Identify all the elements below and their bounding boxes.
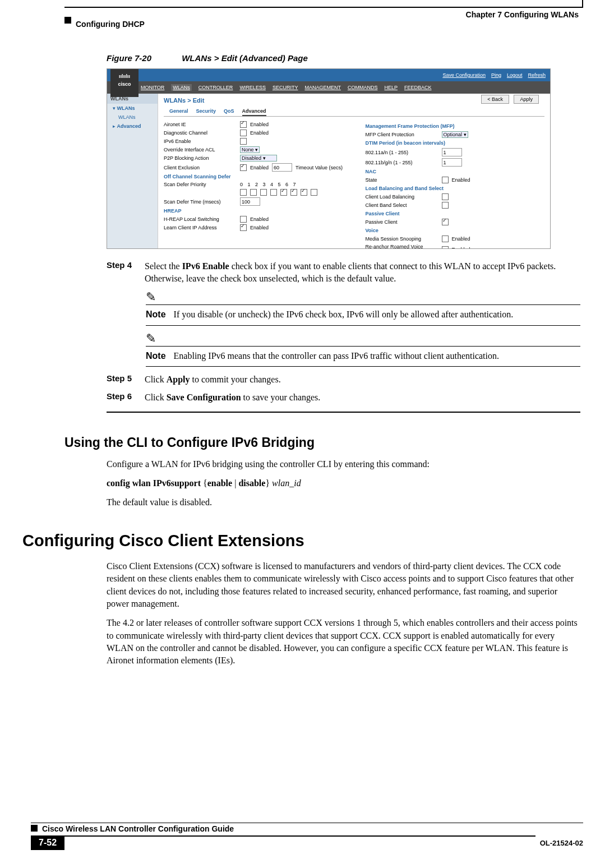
menu-security[interactable]: SECURITY	[273, 85, 298, 90]
enabled-label: Enabled	[452, 236, 470, 242]
footer-marker	[31, 825, 38, 832]
heading-ccx: Configuring Cisco Client Extensions	[22, 532, 580, 550]
refresh-link[interactable]: Refresh	[528, 72, 546, 78]
pencil-icon	[146, 291, 580, 303]
mfp-select[interactable]: Optional ▾	[442, 131, 468, 138]
back-button[interactable]: < Back	[481, 95, 509, 104]
client-lb-check[interactable]	[442, 193, 449, 200]
page-footer: Cisco Wireless LAN Controller Configurat…	[31, 823, 583, 850]
hreap-local-label: H-REAP Local Switching	[164, 216, 237, 222]
passive-client-check[interactable]	[442, 219, 449, 225]
scan-check-0[interactable]	[240, 189, 247, 196]
running-head-right: Chapter 7 Configuring WLANs	[466, 10, 579, 19]
scan-time-input[interactable]	[240, 197, 260, 206]
loadbal-section: Load Balancing and Band Select	[366, 186, 545, 191]
learn-ip-label: Learn Client IP Address	[164, 225, 237, 230]
figure-caption: Figure 7-20 WLANs > Edit (Advanced) Page	[107, 53, 580, 63]
media-snoop-check[interactable]	[442, 236, 449, 242]
reanchor-check[interactable]	[442, 246, 449, 249]
dtim-b-input[interactable]	[442, 158, 462, 167]
step-number: Step 5	[107, 373, 135, 386]
client-excl-check[interactable]	[240, 164, 247, 171]
save-config-link[interactable]: Save Configuration	[442, 72, 486, 78]
hreap-local-check[interactable]	[240, 216, 247, 223]
sidebar-item-wlans[interactable]: ▾ WLANs	[107, 104, 158, 113]
override-acl-label: Override Interface ACL	[164, 147, 237, 153]
left-column: Aironet IEEnabled Diagnostic ChannelEnab…	[164, 121, 343, 249]
ipv6-enable-check[interactable]	[240, 138, 247, 145]
ping-link[interactable]: Ping	[491, 72, 501, 78]
step-5: Step 5 Click Apply to commit your change…	[107, 373, 580, 386]
tab-security[interactable]: Security	[196, 108, 216, 116]
scan-check-4[interactable]	[280, 189, 287, 196]
band-select-check[interactable]	[442, 202, 449, 209]
cisco-logo: ıılıılııcisco	[110, 69, 139, 97]
mfp-label: MFP Client Protection	[366, 132, 438, 137]
scan-check-1[interactable]	[250, 189, 257, 196]
cli-default: The default value is disabled.	[107, 496, 580, 509]
menu-wlans[interactable]: WLANs	[171, 84, 192, 91]
menu-feedback[interactable]: FEEDBACK	[404, 85, 432, 90]
menu-management[interactable]: MANAGEMENT	[304, 85, 341, 90]
dtim-a-input[interactable]	[442, 148, 462, 156]
sidebar-item-wlans-sub[interactable]: WLANs	[107, 113, 158, 122]
dtim-b-label: 802.11b/g/n (1 - 255)	[366, 160, 438, 165]
tab-advanced[interactable]: Advanced	[242, 108, 266, 116]
note-label: Note	[146, 350, 166, 362]
p2p-block-label: P2P Blocking Action	[164, 155, 237, 161]
learn-ip-check[interactable]	[240, 224, 247, 231]
override-acl-select[interactable]: None ▾	[240, 146, 260, 153]
client-lb-label: Client Load Balancing	[366, 194, 438, 200]
enabled-label: Enabled	[250, 122, 269, 127]
scan-priority-label: Scan Defer Priority	[164, 182, 237, 187]
apply-button[interactable]: Apply	[514, 95, 539, 104]
aironet-ie-check[interactable]	[240, 121, 247, 128]
screenshot-menu: MONITOR WLANs CONTROLLER WIRELESS SECURI…	[107, 81, 550, 94]
right-column: Management Frame Protection (MFP) MFP Cl…	[366, 121, 545, 249]
step-6: Step 6 Click Save Configuration to save …	[107, 391, 580, 404]
step-number: Step 6	[107, 391, 135, 404]
hreap-section: HREAP	[164, 208, 343, 214]
note-text: Enabling IPv6 means that the controller …	[174, 350, 499, 362]
ccx-paragraph-1: Cisco Client Extensions (CCX) software i…	[107, 560, 580, 611]
enabled-label: Enabled	[452, 247, 470, 249]
footer-book-title: Cisco Wireless LAN Controller Configurat…	[42, 824, 234, 833]
menu-commands[interactable]: COMMANDS	[348, 85, 378, 90]
p2p-block-select[interactable]: Disabled ▾	[240, 155, 277, 161]
figure-number: Figure 7-20	[107, 53, 151, 63]
logout-link[interactable]: Logout	[507, 72, 523, 78]
client-excl-label: Client Exclusion	[164, 165, 237, 170]
scan-check-5[interactable]	[290, 189, 297, 196]
running-head-left: Configuring DHCP	[76, 20, 145, 29]
enabled-label: Enabled	[250, 225, 269, 230]
diag-channel-check[interactable]	[240, 130, 247, 136]
ccx-paragraph-2: The 4.2 or later releases of controller …	[107, 617, 580, 667]
enabled-label: Enabled	[250, 130, 269, 136]
scan-check-3[interactable]	[270, 189, 277, 196]
passive-client-label: Passive Client	[366, 219, 438, 225]
screenshot-sidebar: WLANs ▾ WLANs WLANs ▸ Advanced	[107, 94, 158, 248]
screenshot-wlan-edit-advanced: ıılıılııcisco Save Configuration Ping Lo…	[107, 68, 551, 249]
voice-section: Voice	[366, 228, 545, 233]
nac-section: NAC	[366, 169, 545, 174]
tab-qos[interactable]: QoS	[224, 108, 234, 116]
timeout-input[interactable]	[272, 163, 292, 172]
pencil-icon	[146, 333, 580, 345]
menu-help[interactable]: HELP	[384, 85, 398, 90]
menu-wireless[interactable]: WIRELESS	[239, 85, 266, 90]
dtim-section: DTIM Period (in beacon intervals)	[366, 140, 545, 146]
scan-check-2[interactable]	[260, 189, 267, 196]
nac-state-check[interactable]	[442, 177, 449, 183]
menu-monitor[interactable]: MONITOR	[141, 85, 164, 90]
tab-general[interactable]: General	[169, 108, 188, 116]
sidebar-item-advanced[interactable]: ▸ Advanced	[107, 122, 158, 131]
scan-check-6[interactable]	[301, 189, 307, 196]
step-text: Click Save Configuration to save your ch…	[145, 391, 580, 404]
ipv6-enable-label: IPv6 Enable	[164, 138, 237, 144]
cli-command: config wlan IPv6support {enable | disabl…	[107, 477, 580, 490]
top-stub	[582, 0, 583, 7]
media-snoop-label: Media Session Snooping	[366, 236, 438, 242]
screenshot-toolbar: Save Configuration Ping Logout Refresh	[107, 69, 550, 81]
scan-check-7[interactable]	[311, 189, 317, 196]
menu-controller[interactable]: CONTROLLER	[198, 85, 233, 90]
